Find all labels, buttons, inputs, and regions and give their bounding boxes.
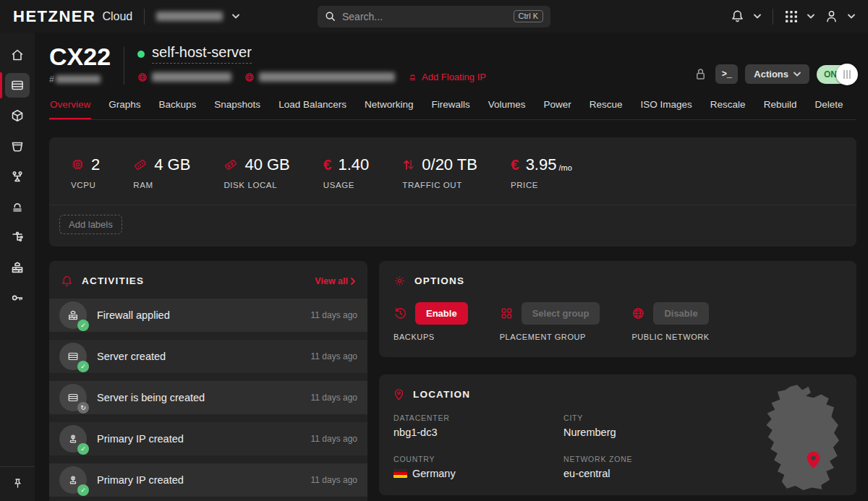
apps-menu[interactable] [785, 10, 814, 23]
enable-backups-button[interactable]: Enable [415, 302, 468, 325]
lock-toggle[interactable] [694, 67, 707, 81]
power-toggle[interactable]: ON [817, 65, 856, 84]
view-all-link[interactable]: View all [315, 276, 356, 286]
notifications-menu[interactable] [731, 9, 761, 23]
stat-disk: 40 GB DISK LOCAL [224, 155, 289, 189]
activity-avatar: ↻ [59, 384, 87, 411]
activity-row[interactable]: ↻ Server is being created 11 days ago [49, 381, 367, 414]
placement-grid-icon [500, 307, 514, 320]
product-name: Cloud [102, 10, 132, 23]
tab-snapshots[interactable]: Snapshots [213, 95, 261, 119]
activity-time: 11 days ago [311, 434, 358, 444]
server-plan: CX22 [49, 44, 111, 70]
tab-rescale[interactable]: Rescale [710, 95, 746, 119]
view-all-label: View all [315, 276, 348, 286]
bell-icon [61, 275, 73, 288]
success-badge: ✓ [77, 443, 89, 455]
tab-load-balancers[interactable]: Load Balancers [278, 95, 347, 119]
console-button[interactable]: >_ [715, 64, 738, 84]
image-cube-icon [5, 103, 30, 128]
chevron-right-icon [350, 278, 356, 285]
sidebar-item-home[interactable] [0, 40, 35, 70]
activity-time: 11 days ago [311, 475, 358, 485]
tab-iso-images[interactable]: ISO Images [640, 95, 693, 119]
ip-pin-icon [67, 432, 80, 445]
options-title: OPTIONS [414, 275, 464, 286]
topbar-divider [144, 9, 145, 25]
server-header: CX22 # self-host-server Add Flo [49, 44, 856, 85]
stat-label: USAGE [323, 181, 370, 189]
sidebar-pin-toggle[interactable] [0, 466, 35, 501]
option-public-network: Disable PUBLIC NETWORK [631, 302, 709, 341]
germany-flag-icon [393, 469, 407, 478]
sidebar-item-images[interactable] [0, 100, 35, 131]
stat-value: 2 [91, 155, 100, 174]
server-plan-block: CX22 # [49, 44, 111, 85]
globe-icon [631, 307, 645, 320]
activity-avatar: ✓ [59, 466, 87, 494]
tab-networking[interactable]: Networking [364, 95, 414, 119]
ipv4-address[interactable] [137, 72, 231, 82]
activity-row[interactable]: ✓ Server created 11 days ago [49, 340, 367, 373]
option-backups: Enable BACKUPS [393, 302, 468, 341]
redacted-ipv6 [259, 72, 395, 82]
tab-rebuild[interactable]: Rebuild [763, 95, 798, 119]
stat-ram: 4 GB RAM [133, 155, 190, 189]
user-menu[interactable] [825, 9, 855, 23]
knob-grip [843, 70, 851, 79]
euro-icon: € [323, 156, 332, 174]
success-badge: ✓ [77, 320, 89, 331]
activity-time: 11 days ago [311, 393, 358, 403]
labels-bar: Add labels [49, 205, 856, 247]
sidebar-item-firewalls[interactable] [0, 252, 35, 283]
add-labels-button[interactable]: Add labels [59, 215, 122, 234]
sidebar-item-security[interactable] [0, 283, 35, 313]
server-name[interactable]: self-host-server [152, 44, 252, 64]
sidebar-item-storage[interactable] [0, 131, 35, 161]
server-name-block: self-host-server Add Floating IP [137, 44, 486, 82]
chevron-down-icon [848, 14, 855, 19]
ipv6-address[interactable] [244, 72, 395, 82]
actions-button[interactable]: Actions [745, 64, 809, 84]
storage-bucket-icon [5, 134, 30, 158]
stat-traffic: 0/20 TB TRAFFIC OUT [402, 155, 477, 189]
select-group-button[interactable]: Select group [522, 302, 600, 325]
stat-value: 0/20 TB [422, 155, 477, 174]
sidebar-item-load-balancers[interactable] [0, 161, 35, 192]
home-icon [5, 43, 30, 67]
power-toggle-knob[interactable] [836, 64, 858, 85]
tab-volumes[interactable]: Volumes [488, 95, 527, 119]
progress-badge: ↻ [77, 402, 89, 414]
options-panel: OPTIONS Enable BACKUPS Select group [379, 261, 856, 357]
field-datacenter: DATACENTER nbg1-dc3 [393, 414, 563, 438]
tab-graphs[interactable]: Graphs [108, 95, 141, 119]
disable-public-network-button[interactable]: Disable [653, 302, 708, 325]
sidebar-item-floating-ips[interactable] [0, 192, 35, 222]
globe-icon [137, 72, 148, 82]
activity-time: 11 days ago [311, 351, 358, 361]
sidebar-item-servers[interactable] [0, 70, 35, 100]
server-icon [5, 73, 30, 98]
stats-panel: 2 VCPU 4 GB RAM 40 GB DISK LOCAL [49, 137, 856, 247]
sidebar-item-networks[interactable] [0, 222, 35, 252]
tab-firewalls[interactable]: Firewalls [430, 95, 470, 119]
tab-delete[interactable]: Delete [814, 95, 843, 119]
tab-power[interactable]: Power [543, 95, 572, 119]
project-selector[interactable] [156, 12, 239, 21]
tab-backups[interactable]: Backups [158, 95, 197, 119]
hetzner-logo: HETZNER [13, 7, 95, 26]
field-value: eu-central [563, 468, 733, 479]
add-floating-ip-link[interactable]: Add Floating IP [408, 72, 486, 82]
activity-row[interactable]: ✓ Firewall applied 11 days ago [49, 299, 367, 332]
field-city: CITY Nuremberg [563, 414, 733, 438]
germany-map [755, 383, 848, 493]
activity-text: Server created [97, 351, 166, 362]
tab-rescue[interactable]: Rescue [589, 95, 624, 119]
tab-overview[interactable]: Overview [49, 95, 91, 119]
search-input[interactable]: Search... Ctrl K [318, 6, 550, 27]
activity-row[interactable]: ✓ Primary IP created 11 days ago [49, 463, 367, 497]
field-label: NETWORK ZONE [563, 455, 733, 463]
stat-value: 1.40 [338, 155, 369, 174]
activity-row[interactable]: ✓ Primary IP created 11 days ago [49, 422, 367, 455]
stat-suffix: /mo [558, 163, 571, 174]
